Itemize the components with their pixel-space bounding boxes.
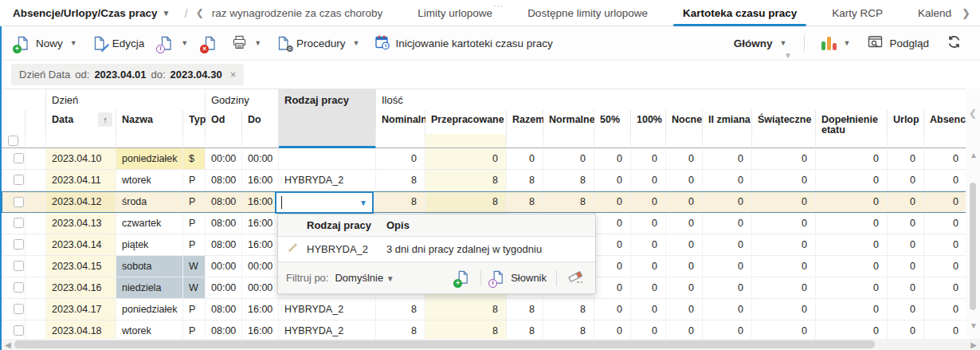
group-header-godziny[interactable]: Godziny xyxy=(206,88,279,110)
cell-ii-zmiana[interactable]: 0 xyxy=(703,148,752,170)
table-row-2023.04.17[interactable]: 2023.04.17poniedziałekP08:0016:00HYBRYDA… xyxy=(2,299,966,321)
cell-100%[interactable]: 0 xyxy=(631,192,666,212)
cell-urlop[interactable]: 0 xyxy=(888,256,924,277)
cell-nocne[interactable]: 0 xyxy=(666,256,703,277)
cell-data[interactable]: 2023.04.15 xyxy=(46,256,116,277)
cell-absencj[interactable]: 0 xyxy=(924,213,967,234)
cell-50%[interactable]: 0 xyxy=(594,148,631,170)
horizontal-scrollbar-thumb[interactable] xyxy=(14,340,875,348)
column-header-rodzaj-pracy[interactable] xyxy=(279,110,376,134)
cell-absencj[interactable]: 0 xyxy=(924,299,967,321)
row-checkbox[interactable] xyxy=(14,239,24,250)
cell-urlop[interactable]: 0 xyxy=(888,170,924,191)
cell-data[interactable]: 2023.04.10 xyxy=(46,148,116,170)
cell-od[interactable]: 08:00 xyxy=(206,213,242,234)
tab-dostępne-limity-urlopowe[interactable]: Dostępne limity urlopowe xyxy=(510,0,665,26)
cell-dopełnienie-etatu[interactable]: 0 xyxy=(816,148,888,170)
cell-świąteczne[interactable]: 0 xyxy=(752,148,816,170)
cell-normalne[interactable]: 8 xyxy=(543,170,594,191)
edit-button[interactable]: Edycja xyxy=(84,31,152,56)
date-filter-chip[interactable]: Dzień Data od: 2023.04.01 do: 2023.04.30… xyxy=(11,64,244,85)
column-header-razem[interactable]: Razem xyxy=(507,110,543,134)
table-row-2023.04.12[interactable]: 2023.04.12środaP08:0016:00888800000000 xyxy=(2,191,966,213)
cell-nazwa[interactable]: poniedziałek xyxy=(116,148,183,170)
chart-button[interactable]: ▼ xyxy=(814,31,858,55)
cell-nocne[interactable]: 0 xyxy=(666,148,703,170)
rodzaj-pracy-editor[interactable]: ▼ xyxy=(275,191,374,214)
cell-nocne[interactable]: 0 xyxy=(666,192,703,212)
cell-od[interactable]: 08:00 xyxy=(206,192,242,212)
cell-do[interactable]: 16:00 xyxy=(242,192,279,212)
toolbar-expander-icon[interactable]: ▼ xyxy=(784,51,792,60)
cell-nominalne[interactable]: 8 xyxy=(376,192,425,212)
column-header-nominalne[interactable]: Nominalne xyxy=(376,110,425,134)
cell-od[interactable]: 08:00 xyxy=(206,234,242,256)
cell-data[interactable]: 2023.04.16 xyxy=(46,277,116,299)
cell-nazwa[interactable]: niedziela xyxy=(116,277,183,299)
preview-button[interactable]: Podgląd xyxy=(860,30,936,57)
cell-typ[interactable]: W xyxy=(183,277,206,299)
cell-100%[interactable]: 0 xyxy=(631,234,666,256)
filter-remove-icon[interactable]: × xyxy=(230,69,237,81)
cell-nocne[interactable]: 0 xyxy=(666,170,703,191)
dropdown-add-button[interactable]: + xyxy=(453,269,474,287)
chevron-down-icon[interactable]: ▼ xyxy=(181,39,188,47)
cell-urlop[interactable]: 0 xyxy=(888,299,924,321)
chevron-down-icon[interactable]: ▼ xyxy=(844,39,851,47)
column-header-100%[interactable]: 100% xyxy=(631,110,666,134)
cell-absencj[interactable]: 0 xyxy=(924,277,967,299)
cell-od[interactable]: 00:00 xyxy=(206,277,242,299)
cell-nazwa[interactable]: poniedziałek xyxy=(116,299,183,321)
tab-kalendarz-rcp[interactable]: Kalendarz RCP xyxy=(900,0,952,26)
filter-by-select[interactable]: Domyślnie ▼ xyxy=(335,272,394,284)
cell-ii-zmiana[interactable]: 0 xyxy=(703,213,752,234)
row-checkbox[interactable] xyxy=(14,197,24,207)
delete-document-button[interactable]: × xyxy=(195,31,225,56)
scroll-left-icon[interactable]: ◀ xyxy=(0,340,14,349)
cell-100%[interactable]: 0 xyxy=(631,277,666,299)
dropdown-col-opis[interactable]: Opis xyxy=(386,214,595,236)
column-collapse-icon[interactable]: ❮ xyxy=(969,108,977,119)
column-header-data[interactable]: Data↑ xyxy=(46,110,116,134)
cell-urlop[interactable]: 0 xyxy=(888,234,924,256)
cell-rodzaj-pracy[interactable]: HYBRYDA_2 xyxy=(279,299,376,321)
column-header-50%[interactable]: 50% xyxy=(594,110,631,134)
column-header-nocne[interactable]: Nocne xyxy=(666,110,703,134)
cell-od[interactable]: 00:00 xyxy=(206,148,242,170)
cell-ii-zmiana[interactable]: 0 xyxy=(703,234,752,256)
column-header-przepracowane[interactable]: Przepracowane xyxy=(425,110,507,134)
cell-50%[interactable]: 0 xyxy=(594,277,631,299)
group-header-ilosc[interactable]: Ilość xyxy=(376,88,967,110)
row-checkbox[interactable] xyxy=(14,325,24,336)
cell-urlop[interactable]: 0 xyxy=(888,277,924,299)
table-row-2023.04.11[interactable]: 2023.04.11wtorekP08:0016:00HYBRYDA_28888… xyxy=(2,170,966,191)
cell-razem[interactable]: 8 xyxy=(507,299,543,321)
cell-50%[interactable]: 0 xyxy=(594,256,631,277)
cell-do[interactable]: 16:00 xyxy=(242,299,279,321)
cell-dopełnienie-etatu[interactable]: 0 xyxy=(816,256,888,277)
cell-dopełnienie-etatu[interactable]: 0 xyxy=(816,170,888,191)
cell-50%[interactable]: 0 xyxy=(594,234,631,256)
cell-urlop[interactable]: 0 xyxy=(888,148,924,170)
cell-typ[interactable]: P xyxy=(183,299,206,321)
cell-nazwa[interactable]: czwartek xyxy=(116,213,183,234)
row-checkbox[interactable] xyxy=(14,282,24,293)
cell-50%[interactable]: 0 xyxy=(594,192,631,212)
cell-razem[interactable]: 8 xyxy=(507,192,543,212)
cell-rodzaj-pracy[interactable]: HYBRYDA_2 xyxy=(279,170,376,191)
new-button[interactable]: + Nowy ▼ xyxy=(8,31,84,56)
tab-kartoteka-czasu-pracy[interactable]: Kartoteka czasu pracy xyxy=(665,0,814,26)
cell-ii-zmiana[interactable]: 0 xyxy=(703,299,752,321)
dropdown-item-hybryda2[interactable]: HYBRYDA_2 3 dni dni pracy zdalnej w tygo… xyxy=(278,237,595,262)
cell-przepracowane[interactable]: 8 xyxy=(425,299,507,321)
cell-typ[interactable]: P xyxy=(183,234,206,256)
cell-do[interactable]: 00:00 xyxy=(242,256,279,277)
cell-ii-zmiana[interactable]: 0 xyxy=(703,192,752,212)
clear-filter-button[interactable] xyxy=(563,268,587,288)
cell-do[interactable]: 16:00 xyxy=(242,213,279,234)
chevron-down-icon[interactable]: ▼ xyxy=(254,39,261,47)
tab-wynagrodzenie[interactable]: raz wynagrodzenie za czas choroby xyxy=(212,0,401,26)
cell-przepracowane[interactable]: 0 xyxy=(425,148,507,170)
cell-typ[interactable]: P xyxy=(183,170,206,191)
column-header-od[interactable]: Od xyxy=(206,110,242,134)
